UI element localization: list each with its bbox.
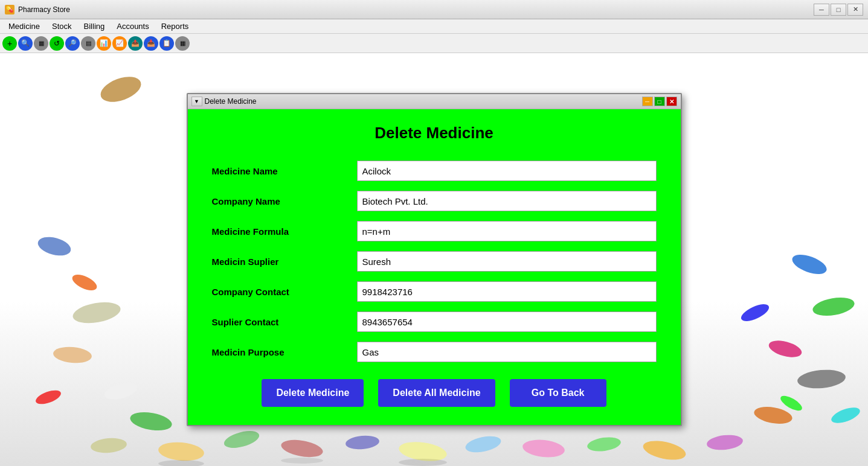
dialog-title-text: Delete Medicine	[205, 97, 257, 106]
form-row-supplier-contact: Suplier Contact	[212, 311, 657, 332]
zoom-icon[interactable]: 🔎	[65, 36, 80, 51]
menu-accounts[interactable]: Accounts	[111, 21, 155, 32]
input-medicine-purpose[interactable]	[357, 342, 657, 362]
form-row-company-contact: Company Contact	[212, 281, 657, 302]
menu-medicine[interactable]: Medicine	[2, 21, 46, 32]
label-medicine-name: Medicine Name	[212, 166, 357, 176]
delete-medicine-button[interactable]: Delete Medicine	[262, 379, 364, 407]
delete-all-medicine-button[interactable]: Delete All Medicine	[378, 379, 495, 407]
chart2-icon[interactable]: 📈	[112, 36, 127, 51]
title-bar: 💊 Pharmacy Store ─ □ ✕	[0, 0, 868, 19]
label-company-name: Company Name	[212, 196, 357, 206]
label-medicine-formula: Medicine Formula	[212, 226, 357, 237]
app-icon: 💊	[5, 5, 14, 14]
form-row-company-name: Company Name	[212, 191, 657, 211]
label-medicine-purpose: Medicin Purpose	[212, 347, 357, 357]
dialog-title-controls: ─ □ ✕	[642, 97, 677, 106]
menu-reports[interactable]: Reports	[155, 21, 195, 32]
go-to-back-button[interactable]: Go To Back	[510, 379, 606, 407]
app-title: Pharmacy Store	[18, 5, 70, 14]
label-medicine-supplier: Medicin Suplier	[212, 257, 357, 267]
menu-billing[interactable]: Billing	[78, 21, 111, 32]
title-bar-left: 💊 Pharmacy Store	[5, 5, 70, 14]
input-medicine-name[interactable]	[357, 161, 657, 181]
menu-stock[interactable]: Stock	[46, 21, 78, 32]
input-medicine-supplier[interactable]	[357, 251, 657, 272]
export1-icon[interactable]: 📤	[128, 36, 143, 51]
label-supplier-contact: Suplier Contact	[212, 317, 357, 327]
dialog-close-button[interactable]: ✕	[666, 97, 677, 106]
title-bar-controls: ─ □ ✕	[814, 4, 863, 16]
input-company-contact[interactable]	[357, 281, 657, 302]
dialog-title-bar: ▼ Delete Medicine ─ □ ✕	[188, 94, 681, 109]
dialog-scroll-button[interactable]: ▼	[191, 97, 202, 106]
dialog-minimize-button[interactable]: ─	[642, 97, 653, 106]
minimize-button[interactable]: ─	[814, 4, 829, 16]
delete-medicine-dialog: ▼ Delete Medicine ─ □ ✕ Delete Medicine …	[187, 93, 682, 426]
input-supplier-contact[interactable]	[357, 311, 657, 332]
dialog-container: ▼ Delete Medicine ─ □ ✕ Delete Medicine …	[0, 53, 868, 466]
grid-icon[interactable]: ▦	[34, 36, 48, 51]
dialog-maximize-button[interactable]: □	[654, 97, 665, 106]
grid2-icon[interactable]: ▦	[175, 36, 190, 51]
form-row-medicine-name: Medicine Name	[212, 161, 657, 181]
add-icon[interactable]: +	[2, 36, 17, 51]
maximize-button[interactable]: □	[831, 4, 846, 16]
toolbar: + 🔍 ▦ ↺ 🔎 ▤ 📊 📈 📤 📥 📋 ▦	[0, 34, 868, 53]
form-fields: Medicine NameCompany NameMedicine Formul…	[212, 161, 657, 362]
label-company-contact: Company Contact	[212, 287, 357, 297]
dialog-body: Delete Medicine Medicine NameCompany Nam…	[188, 109, 681, 425]
menu-bar: Medicine Stock Billing Accounts Reports	[0, 19, 868, 34]
form-row-medicine-supplier: Medicin Suplier	[212, 251, 657, 272]
export2-icon[interactable]: 📥	[144, 36, 158, 51]
table-icon[interactable]: ▤	[81, 36, 95, 51]
input-medicine-formula[interactable]	[357, 221, 657, 241]
dialog-buttons: Delete Medicine Delete All Medicine Go T…	[212, 379, 657, 407]
form-row-medicine-purpose: Medicin Purpose	[212, 342, 657, 362]
refresh-icon[interactable]: ↺	[50, 36, 64, 51]
close-button[interactable]: ✕	[847, 4, 863, 16]
form-row-medicine-formula: Medicine Formula	[212, 221, 657, 241]
dialog-heading: Delete Medicine	[212, 124, 657, 142]
dialog-title-left: ▼ Delete Medicine	[191, 97, 257, 106]
export3-icon[interactable]: 📋	[159, 36, 174, 51]
chart1-icon[interactable]: 📊	[97, 36, 111, 51]
search-icon[interactable]: 🔍	[18, 36, 33, 51]
input-company-name[interactable]	[357, 191, 657, 211]
